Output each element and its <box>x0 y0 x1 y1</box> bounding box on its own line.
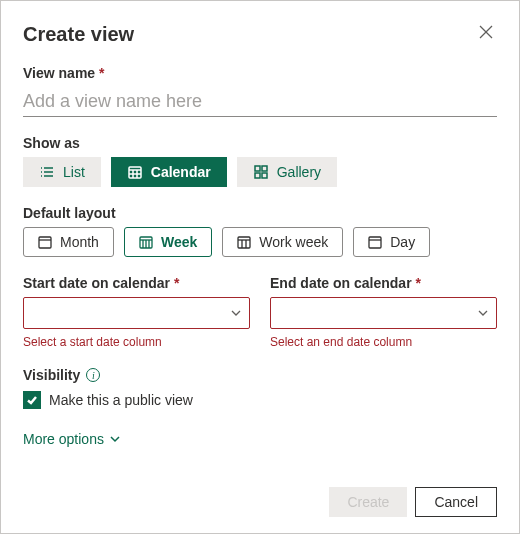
cancel-button[interactable]: Cancel <box>415 487 497 517</box>
svg-rect-16 <box>262 173 267 178</box>
day-icon <box>368 235 382 249</box>
show-as-row: List Calendar Gallery <box>23 157 497 187</box>
create-button[interactable]: Create <box>329 487 407 517</box>
dialog-footer: Create Cancel <box>329 487 497 517</box>
svg-rect-28 <box>369 237 381 248</box>
svg-rect-13 <box>255 166 260 171</box>
layout-day-button[interactable]: Day <box>353 227 430 257</box>
public-view-label: Make this a public view <box>49 392 193 408</box>
start-date-select[interactable] <box>23 297 250 329</box>
month-icon <box>38 235 52 249</box>
public-view-checkbox[interactable] <box>23 391 41 409</box>
svg-rect-8 <box>129 167 141 178</box>
layout-week-button[interactable]: Week <box>124 227 212 257</box>
close-icon[interactable] <box>475 21 497 47</box>
end-date-select[interactable] <box>270 297 497 329</box>
svg-rect-24 <box>238 237 250 248</box>
end-date-error: Select an end date column <box>270 335 497 349</box>
create-view-dialog: Create view View name * Show as List Cal… <box>0 0 520 534</box>
workweek-icon <box>237 235 251 249</box>
calendar-icon <box>127 164 143 180</box>
chevron-down-icon <box>478 308 488 318</box>
start-date-error: Select a start date column <box>23 335 250 349</box>
default-layout-label: Default layout <box>23 205 497 221</box>
end-date-label: End date on calendar * <box>270 275 497 291</box>
start-date-label: Start date on calendar * <box>23 275 250 291</box>
visibility-label: Visibility <box>23 367 80 383</box>
more-options-toggle[interactable]: More options <box>23 431 120 447</box>
show-as-gallery-button[interactable]: Gallery <box>237 157 337 187</box>
svg-rect-14 <box>262 166 267 171</box>
gallery-icon <box>253 164 269 180</box>
dialog-title: Create view <box>23 23 475 46</box>
svg-rect-17 <box>39 237 51 248</box>
view-name-input[interactable] <box>23 87 497 117</box>
show-as-calendar-button[interactable]: Calendar <box>111 157 227 187</box>
check-icon <box>26 394 38 406</box>
layout-row: Month Week Work week Day <box>23 227 497 257</box>
show-as-list-button[interactable]: List <box>23 157 101 187</box>
chevron-down-icon <box>231 308 241 318</box>
chevron-down-icon <box>110 434 120 444</box>
layout-workweek-button[interactable]: Work week <box>222 227 343 257</box>
list-icon <box>39 164 55 180</box>
week-icon <box>139 235 153 249</box>
info-icon[interactable]: i <box>86 368 100 382</box>
layout-month-button[interactable]: Month <box>23 227 114 257</box>
svg-rect-15 <box>255 173 260 178</box>
dialog-header: Create view <box>23 21 497 47</box>
show-as-label: Show as <box>23 135 497 151</box>
view-name-label: View name * <box>23 65 497 81</box>
